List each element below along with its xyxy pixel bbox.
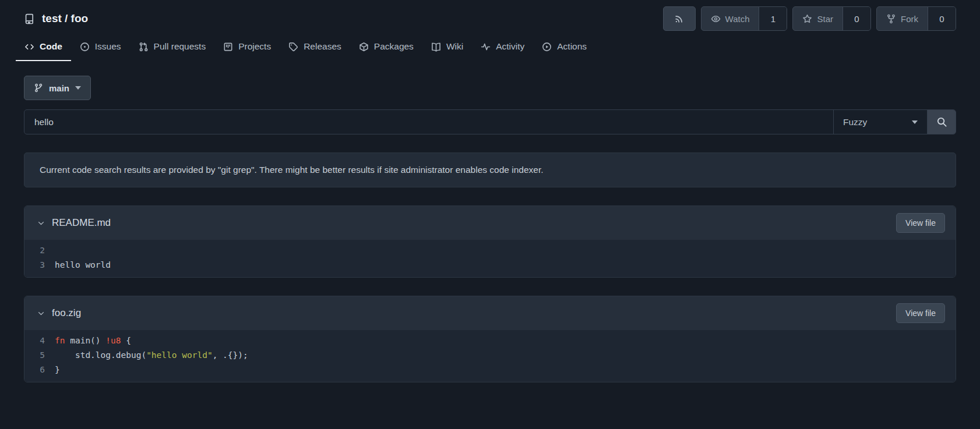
fork-icon [886, 14, 896, 24]
caret-down-icon [75, 86, 81, 90]
watch-label[interactable]: Watch [701, 7, 759, 30]
tag-icon [288, 42, 298, 52]
repo-tabs: CodeIssuesPull requestsProjectsReleasesP… [0, 34, 980, 61]
chevron-down-icon[interactable] [37, 309, 45, 318]
search-notice: Current code search results are provided… [24, 153, 956, 187]
watch-button: Watch 1 [701, 6, 788, 31]
chevron-down-icon[interactable] [37, 219, 45, 228]
line-text: } [55, 363, 60, 377]
search-button[interactable] [927, 110, 956, 134]
search-results: README.mdView file23hello worldfoo.zigVi… [24, 205, 956, 382]
tab-packages[interactable]: Packages [350, 34, 422, 61]
tab-label: Issues [95, 41, 121, 52]
search-icon [936, 116, 947, 127]
code-search-bar: Fuzzy [24, 109, 956, 134]
line-number[interactable]: 3 [24, 258, 55, 272]
tab-label: Pull requests [154, 41, 206, 52]
tab-code[interactable]: Code [16, 34, 71, 61]
code-snippet: 4fn main() !u8 {5 std.log.debug("hello w… [24, 330, 956, 382]
tab-wiki[interactable]: Wiki [422, 34, 472, 61]
fork-count[interactable]: 0 [928, 7, 956, 30]
line-number[interactable]: 2 [24, 243, 55, 258]
repo-title-text: test / foo [42, 12, 88, 25]
code-snippet: 23hello world [24, 240, 956, 277]
code-line: 4fn main() !u8 { [24, 334, 956, 348]
line-number[interactable]: 4 [24, 334, 55, 348]
line-text: fn main() !u8 { [55, 334, 131, 348]
play-circle-icon [542, 42, 552, 52]
star-icon [802, 14, 812, 24]
rss-button[interactable] [663, 6, 696, 31]
social-buttons: Watch 1 Star 0 Fork [701, 6, 956, 31]
star-button: Star 0 [792, 6, 871, 31]
fork-label[interactable]: Fork [877, 7, 928, 30]
line-number[interactable]: 5 [24, 348, 55, 363]
issue-icon [80, 42, 90, 52]
repo-tab-bar: CodeIssuesPull requestsProjectsReleasesP… [0, 34, 980, 62]
eye-icon [711, 14, 721, 24]
line-text: std.log.debug("hello world", .{}); [55, 348, 248, 363]
repo-actions: Watch 1 Star 0 Fork [663, 6, 956, 31]
repo-title-link[interactable]: test / foo [24, 12, 88, 25]
result-header: foo.zigView file [24, 296, 956, 330]
tab-actions[interactable]: Actions [533, 34, 595, 61]
branch-selector[interactable]: main [24, 76, 91, 100]
result-filename[interactable]: foo.zig [52, 307, 896, 319]
star-label[interactable]: Star [793, 7, 842, 30]
search-mode-value: Fuzzy [843, 117, 867, 127]
result-card: foo.zigView file4fn main() !u8 {5 std.lo… [24, 296, 956, 382]
tab-label: Actions [557, 41, 587, 52]
package-icon [359, 42, 369, 52]
repo-code-search-page: test / foo Watch [0, 0, 980, 429]
star-count[interactable]: 0 [842, 7, 870, 30]
watch-count[interactable]: 1 [759, 7, 787, 30]
tab-label: Code [40, 41, 62, 52]
branch-name: main [49, 83, 69, 93]
repo-header: test / foo Watch [0, 0, 980, 30]
result-header: README.mdView file [24, 206, 956, 240]
code-line: 3hello world [24, 258, 956, 272]
line-number[interactable]: 6 [24, 363, 55, 377]
view-file-button[interactable]: View file [896, 213, 945, 233]
pull-request-icon [139, 42, 149, 52]
rss-icon [674, 14, 684, 24]
tab-projects[interactable]: Projects [214, 34, 280, 61]
tab-issues[interactable]: Issues [71, 34, 130, 61]
tab-pull-requests[interactable]: Pull requests [130, 34, 215, 61]
project-icon [223, 42, 233, 52]
code-icon [24, 42, 34, 52]
tab-label: Wiki [446, 41, 463, 52]
tab-label: Releases [304, 41, 341, 52]
code-line: 5 std.log.debug("hello world", .{}); [24, 348, 956, 363]
book-icon [431, 42, 441, 52]
search-mode-select[interactable]: Fuzzy [833, 110, 927, 134]
pulse-icon [481, 42, 491, 52]
tab-activity[interactable]: Activity [472, 34, 533, 61]
result-filename[interactable]: README.md [52, 217, 896, 229]
search-input[interactable] [24, 110, 833, 134]
tab-label: Projects [238, 41, 271, 52]
line-text: hello world [55, 258, 111, 272]
result-card: README.mdView file23hello world [24, 205, 956, 278]
tab-label: Packages [374, 41, 414, 52]
git-branch-icon [34, 83, 43, 93]
repo-icon [24, 13, 35, 24]
tab-label: Activity [496, 41, 524, 52]
fork-button: Fork 0 [876, 6, 956, 31]
code-line: 6} [24, 363, 956, 377]
tab-releases[interactable]: Releases [280, 34, 350, 61]
page-content: main Fuzzy Current code search results a… [0, 62, 980, 382]
view-file-button[interactable]: View file [896, 303, 945, 323]
caret-down-icon [912, 120, 918, 124]
code-line: 2 [24, 243, 956, 258]
